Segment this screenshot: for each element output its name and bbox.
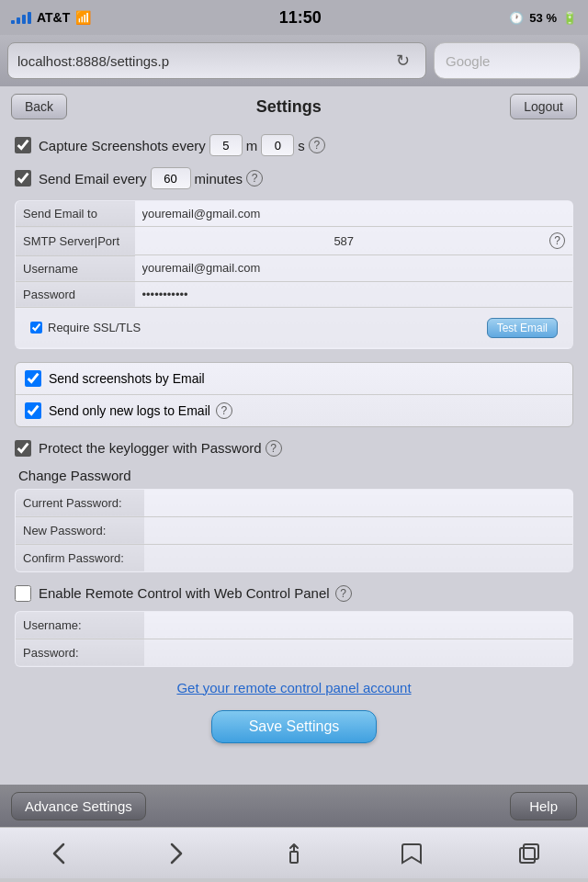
test-email-button[interactable]: Test Email [487, 318, 558, 338]
send-email-to-cell: youremail@gmail.com [135, 201, 573, 227]
send-new-logs-checkbox[interactable] [25, 402, 41, 419]
remote-control-checkbox[interactable] [15, 585, 31, 602]
smtp-help-icon[interactable]: ? [549, 232, 565, 249]
ios-share-button[interactable] [266, 833, 322, 874]
username-row: Username youremail@gmail.com [16, 255, 573, 281]
username-label: Username [16, 255, 135, 281]
send-email-to-input[interactable]: youremail@gmail.com [142, 207, 566, 220]
logout-button[interactable]: Logout [510, 94, 577, 119]
username-cell: youremail@gmail.com [135, 255, 573, 281]
s-label: s [298, 138, 305, 153]
main-content: Back Settings Logout Capture Screenshots… [0, 86, 588, 785]
status-bar: AT&T 📶 11:50 🕐 53 % 🔋 [0, 0, 588, 35]
send-email-help-icon[interactable]: ? [246, 170, 263, 187]
clock-icon: 🕐 [509, 11, 524, 25]
signal-bar-3 [22, 15, 26, 24]
remote-password-row: Password: [16, 639, 573, 666]
ios-forward-button[interactable] [149, 833, 204, 874]
password-input[interactable] [142, 288, 566, 301]
new-logs-help-icon[interactable]: ? [216, 402, 232, 419]
send-screenshots-checkbox[interactable] [25, 370, 41, 387]
email-settings-table: Send Email to youremail@gmail.com SMTP S… [15, 200, 573, 349]
refresh-button[interactable]: ↻ [389, 47, 416, 74]
screenshot-interval-s-input[interactable] [261, 134, 294, 156]
username-input[interactable]: youremail@gmail.com [142, 261, 566, 275]
protect-help-icon[interactable]: ? [266, 440, 282, 457]
capture-screenshots-checkbox[interactable] [15, 137, 31, 153]
remote-username-label: Username: [16, 611, 144, 639]
url-bar[interactable]: localhost:8888/settings.p ↻ [7, 42, 426, 79]
protect-keylogger-checkbox[interactable] [15, 440, 31, 457]
send-screenshots-row: Send screenshots by Email [16, 363, 572, 395]
search-bar[interactable]: Google [434, 42, 581, 79]
account-link[interactable]: Get your remote control panel account [15, 680, 573, 695]
remote-password-label: Password: [16, 639, 144, 666]
svg-rect-1 [520, 848, 535, 863]
change-password-section: Change Password [15, 468, 573, 483]
smtp-label: SMTP Server|Port [16, 227, 135, 256]
current-password-label: Current Password: [16, 489, 144, 516]
page-title: Settings [256, 97, 322, 117]
change-password-table: Current Password: New Password: Confirm … [15, 489, 573, 572]
search-placeholder: Google [446, 53, 490, 69]
smtp-port-input[interactable]: 587 [146, 234, 543, 248]
status-right: 🕐 53 % 🔋 [509, 11, 577, 25]
protect-keylogger-row: Protect the keylogger with Password ? [15, 440, 573, 457]
password-cell [135, 281, 573, 307]
minutes-label: minutes [195, 171, 243, 187]
new-password-input[interactable] [152, 524, 566, 537]
send-email-to-row: Send Email to youremail@gmail.com [16, 201, 573, 227]
capture-help-icon[interactable]: ? [309, 137, 325, 153]
nav-bar: Back Settings Logout [0, 86, 588, 127]
smtp-server-row: SMTP Server|Port smtp.gmail.com 587 ? [16, 227, 573, 256]
svg-rect-2 [524, 844, 538, 859]
require-ssl-checkbox[interactable] [30, 322, 42, 334]
ios-tabs-button[interactable] [502, 833, 557, 874]
protect-keylogger-label: Protect the keylogger with Password [39, 440, 262, 456]
signal-bar-4 [28, 12, 31, 24]
confirm-password-cell [144, 544, 573, 571]
new-password-row: New Password: [16, 516, 573, 544]
confirm-password-input[interactable] [152, 551, 566, 565]
current-password-input[interactable] [152, 496, 566, 510]
signal-bar-1 [11, 20, 15, 24]
smtp-cell: smtp.gmail.com 587 ? [135, 227, 573, 255]
remote-password-cell [144, 639, 573, 666]
carrier-label: AT&T [37, 10, 70, 25]
save-btn-wrapper: Save Settings [15, 710, 573, 743]
send-email-label: Send Email every [39, 171, 147, 187]
remote-help-icon[interactable]: ? [335, 585, 352, 602]
signal-bars [11, 12, 31, 24]
capture-screenshots-row: Capture Screenshots every m s ? [15, 134, 573, 156]
remote-username-row: Username: [16, 611, 573, 639]
require-ssl-text: Require SSL/TLS [48, 321, 141, 334]
remote-control-table: Username: Password: [15, 611, 573, 667]
current-password-cell [144, 489, 573, 516]
help-button[interactable]: Help [510, 792, 577, 820]
bottom-toolbar: Advance Settings Help [0, 785, 588, 827]
ios-back-button[interactable] [31, 833, 86, 874]
m-label: m [246, 138, 258, 153]
save-settings-button[interactable]: Save Settings [211, 710, 378, 743]
capture-screenshots-label: Capture Screenshots every [39, 138, 206, 153]
remote-username-input[interactable] [152, 618, 566, 632]
status-left: AT&T 📶 [11, 10, 91, 25]
password-row: Password [16, 281, 573, 307]
back-button[interactable]: Back [11, 94, 67, 119]
send-email-checkbox[interactable] [15, 170, 31, 187]
email-interval-input[interactable] [151, 167, 191, 189]
settings-body: Capture Screenshots every m s ? Send Ema… [0, 127, 588, 765]
ios-bookmarks-button[interactable] [384, 833, 439, 874]
screenshot-interval-m-input[interactable] [209, 134, 243, 156]
ios-nav-bar [0, 827, 588, 878]
new-password-cell [144, 516, 573, 544]
send-email-to-label: Send Email to [16, 201, 135, 227]
remote-password-input[interactable] [152, 646, 566, 660]
email-options: Send screenshots by Email Send only new … [15, 362, 573, 427]
remote-username-cell [144, 611, 573, 639]
advance-settings-button[interactable]: Advance Settings [11, 792, 146, 820]
new-password-label: New Password: [16, 516, 144, 544]
require-ssl-cell: Require SSL/TLS Test Email [16, 307, 573, 348]
url-text: localhost:8888/settings.p [17, 53, 389, 69]
send-new-logs-row: Send only new logs to Email ? [16, 395, 572, 426]
